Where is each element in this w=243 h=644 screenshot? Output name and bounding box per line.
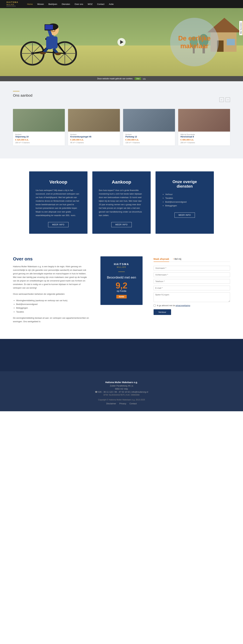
aankoop-meer-info-button[interactable]: MEER INFO: [111, 222, 132, 227]
over-ons-center: HAITSMA MULIER Beoordeeld met een 9,2 op…: [96, 256, 147, 326]
dienst-aankoop-text: Een huis kopen? Voor zo'n grote financië…: [99, 188, 144, 217]
nav-contact[interactable]: Contact: [95, 0, 107, 8]
verkoop-meer-info-button[interactable]: MEER INFO: [48, 222, 69, 227]
nav-over-ons[interactable]: Over ons: [72, 0, 85, 8]
nav-bedrijven[interactable]: Bedrijven: [46, 0, 60, 8]
house-card-price-2: € 285.000 k.k.: [70, 138, 118, 141]
footer-company: Haitsma Mulier Makelaars o.g.: [7, 381, 236, 384]
logo-line2: MULIER: [7, 4, 18, 6]
nav-home[interactable]: Home: [25, 0, 35, 8]
diensten-cards: Verkoop Uw huis verkopen? Wij staan u bi…: [13, 172, 230, 234]
house-card-meta-4: 200 m² • 6 kamers: [180, 142, 228, 144]
nav-actie[interactable]: Actie: [107, 0, 116, 8]
nav-woz[interactable]: WOZ: [85, 0, 95, 8]
footer-link-disclaimer[interactable]: Disclaimer: [106, 402, 116, 405]
overig-meer-info-button[interactable]: MEER INFO: [174, 212, 195, 218]
voornaam-input[interactable]: [154, 266, 230, 270]
house-card-body-1: Arnhem Velperweg 10 € 425.000 k.k. 180 m…: [13, 132, 65, 146]
over-ons-left: Over ons Haitsma Mulier Makelaars o.g. i…: [13, 256, 90, 326]
dienst-overig-list: Verhuur Taxaties Bedrijfsonroerendgoed B…: [165, 192, 207, 208]
carousel-next-button[interactable]: →: [225, 98, 230, 102]
footer-link-contact[interactable]: Contact: [129, 402, 137, 405]
email-input[interactable]: [154, 286, 230, 290]
nav-links: Home Wonen Bedrijven Diensten Over ons W…: [25, 0, 116, 8]
house-card-1[interactable]: Arnhem Velperweg 10 € 425.000 k.k. 180 m…: [13, 109, 65, 146]
funda-logo-bottom: MULIER: [105, 266, 138, 268]
tab-bel-mij[interactable]: Bel mij: [174, 256, 181, 262]
play-button[interactable]: [117, 38, 126, 46]
over-ons-title: Over ons: [13, 256, 90, 262]
hero-tagline-circle: De eerlijke makelaar: [170, 18, 219, 66]
svg-point-24: [40, 52, 46, 54]
cookie-info-button[interactable]: Info: [143, 78, 146, 80]
house-card-meta-2: 95 m² • 3 kamers: [70, 142, 118, 144]
nav-wonen[interactable]: Wonen: [35, 0, 46, 8]
funda-text: Beoordeeld met een: [105, 275, 138, 280]
house-card-city-4: Wijk bij Duurstede: [180, 134, 228, 136]
form-group-achternaam: [154, 272, 230, 277]
carousel-prev-button[interactable]: ←: [219, 98, 224, 102]
footer-link-privacy[interactable]: Privacy: [119, 402, 126, 405]
house-card-img-4: [178, 109, 230, 132]
house-card-img-2: [68, 109, 120, 132]
privacy-checkbox[interactable]: [154, 304, 156, 306]
tab-maak-afspraak[interactable]: Maak afspraak: [154, 256, 169, 262]
hero-background: De eerlijke makelaar: [0, 8, 243, 76]
funda-box: HAITSMA MULIER Beoordeeld met een 9,2 op…: [100, 256, 143, 305]
cookie-ok-button[interactable]: Oké: [135, 77, 141, 80]
hero-person-bike: [10, 11, 91, 66]
house-card-2[interactable]: Arnhem Kronenburgsingel 45 € 285.000 k.k…: [68, 109, 120, 146]
logo-sub: MAKELAARS: [7, 6, 18, 7]
funda-logo-top: HAITSMA: [105, 263, 138, 266]
house-card-body-2: Arnhem Kronenburgsingel 45 € 285.000 k.k…: [68, 132, 120, 146]
section-line: [13, 91, 20, 92]
funda-op: op Funda: [105, 290, 138, 292]
footer-address-2: 6882 AG Velp: [7, 388, 236, 390]
dienst-aankoop-title: Aankoop: [99, 180, 144, 185]
form-checkbox-row: Ik ga akkoord met de privacyverklaring: [154, 304, 230, 307]
funda-score: 9,2: [105, 281, 138, 290]
opmerkingen-textarea[interactable]: [154, 292, 230, 302]
over-ons-right: Maak afspraak • Bel mij Ik ga akkoord me…: [154, 256, 230, 326]
tab-separator: •: [172, 256, 174, 262]
house-card-img-1: [13, 109, 65, 132]
footer-links: Disclaimer Privacy Contact: [7, 402, 236, 405]
form-group-email: [154, 286, 230, 290]
over-list-item-taxaties: Taxaties: [16, 310, 90, 314]
telefoon-input[interactable]: [154, 279, 230, 284]
dienst-list-item-verhuur: Verhuur: [165, 192, 207, 196]
house-card-city-3: Arnhem: [125, 134, 173, 136]
achternaam-input[interactable]: [154, 272, 230, 277]
logo-line1: HAITSMA: [7, 1, 18, 4]
house-card-addr-2: Kronenburgsingel 45: [70, 136, 118, 138]
over-list-item-woning: Woningbemiddeling (aankoop en verkoop va…: [16, 298, 90, 302]
over-ons-section: Over ons Haitsma Mulier Makelaars o.g. i…: [0, 247, 243, 339]
hero-section: De eerlijke makelaar Mijn favorieten: [0, 8, 243, 76]
svg-point-30: [54, 29, 55, 30]
diensten-section: Verkoop Uw huis verkopen? Wij staan u bi…: [0, 158, 243, 247]
dienst-overig-title: Onze overigediensten: [162, 180, 207, 188]
dienst-card-overig: Onze overigediensten Verhuur Taxaties Be…: [155, 172, 214, 234]
logo[interactable]: HAITSMA MULIER MAKELAARS: [7, 1, 18, 7]
house-card-price-1: € 425.000 k.k.: [15, 138, 63, 141]
hero-tagline-line2: makelaar: [178, 42, 211, 50]
mijn-favorieten-tab[interactable]: Mijn favorieten: [239, 21, 243, 35]
house-card-addr-3: Parkweg 12: [125, 136, 173, 138]
house-card-3[interactable]: Arnhem Parkweg 12 € 350.000 k.k. 130 m² …: [123, 109, 175, 146]
over-list-item-bedrijf: Bedrijfsonroerendgoed: [16, 302, 90, 306]
dark-band: [0, 339, 243, 371]
house-card-meta-1: 180 m² • 5 kamers: [15, 142, 63, 144]
house-card-img-3: [123, 109, 175, 132]
verstuur-button[interactable]: Verstuur: [154, 309, 171, 315]
cookie-text: Deze website maakt gebruik van cookies.: [97, 78, 133, 80]
privacy-link[interactable]: privacyverklaring: [176, 304, 190, 307]
house-card-city-2: Arnhem: [70, 134, 118, 136]
house-card-meta-3: 130 m² • 4 kamers: [125, 142, 173, 144]
house-card-4[interactable]: Wijk bij Duurstede Herenstraat 8 € 495.0…: [178, 109, 230, 146]
dienst-verkoop-text: Uw huis verkopen? Wij staan u bij in het…: [36, 188, 81, 217]
nav-diensten[interactable]: Diensten: [60, 0, 72, 8]
aanbod-header-left: Ons aanbod: [13, 91, 32, 104]
footer-copyright: Copyright © Haitsma Mulier Makelaars o.g…: [7, 399, 236, 401]
house-card-addr-1: Velperweg 10: [15, 136, 63, 138]
carousel-controls: ← →: [219, 91, 230, 102]
